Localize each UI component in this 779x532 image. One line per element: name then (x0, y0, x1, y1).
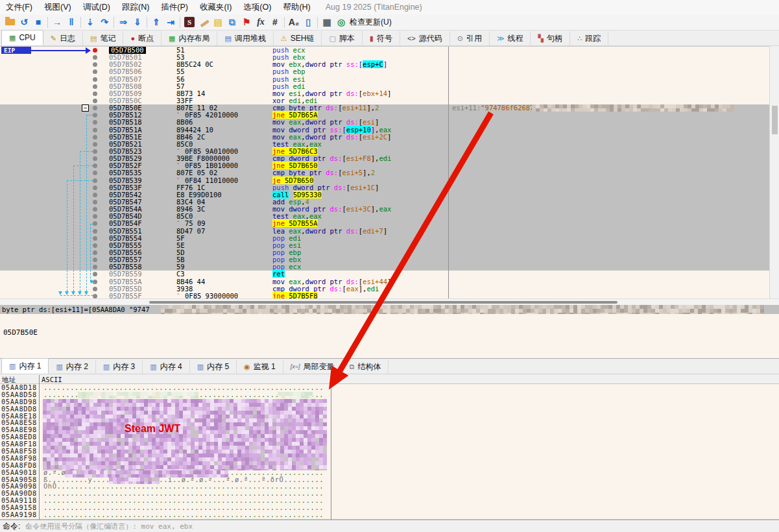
tab-trace[interactable]: ∴跟踪 (570, 31, 608, 45)
tab-log[interactable]: ✎日志 (43, 31, 83, 45)
menu-item[interactable]: 文件(F) (0, 0, 38, 14)
breakpoint-dot[interactable] (93, 106, 97, 110)
breakpoint-dot[interactable] (93, 229, 97, 234)
labels-icon[interactable]: ⧉ (225, 16, 239, 29)
functions-icon[interactable]: fx (254, 16, 268, 29)
breakpoint-dot[interactable] (93, 48, 97, 53)
menu-item[interactable]: 视图(V) (38, 0, 77, 14)
breakpoint-dot[interactable] (93, 163, 97, 168)
breakpoint-dot[interactable] (93, 99, 97, 103)
scylla-icon[interactable]: S (182, 16, 197, 29)
command-input[interactable] (24, 522, 779, 531)
breakpoint-dot[interactable] (93, 207, 97, 212)
breakpoint-dot[interactable] (93, 113, 97, 117)
breakpoint-dot[interactable] (93, 272, 97, 276)
tab-breakpoints[interactable]: ●断点 (123, 31, 162, 45)
tab-script[interactable]: ▢脚本 (322, 31, 362, 45)
memtab-watch-1[interactable]: ◉监视 1 (237, 359, 283, 374)
breakpoint-dot[interactable] (93, 77, 97, 82)
run-to-user-code-icon[interactable]: ⇥ (163, 16, 178, 29)
breakpoint-dot[interactable] (93, 142, 97, 147)
breakpoint-dot[interactable] (93, 128, 97, 132)
pause-icon[interactable]: ‖ (64, 16, 78, 29)
dump-column-divider[interactable] (39, 375, 40, 520)
menu-item[interactable]: 插件(P) (155, 0, 194, 14)
step-out-icon[interactable]: ⇓ (130, 16, 145, 29)
breakpoint-dot[interactable] (93, 258, 97, 262)
menu-item[interactable]: 选项(O) (237, 0, 277, 14)
breakpoint-dot[interactable] (93, 120, 97, 125)
breakpoint-dot[interactable] (93, 55, 97, 60)
disasm-row[interactable]: 05D7B55A8B46 44mov eax,dword ptr ds:[esi… (0, 278, 769, 285)
calculator-icon[interactable]: ▦ (320, 16, 334, 29)
breakpoint-dot[interactable] (93, 178, 97, 183)
memtab-memory-4[interactable]: ▥内存 4 (143, 359, 189, 374)
breakpoint-dot[interactable] (93, 156, 97, 161)
restart-icon[interactable]: ↺ (17, 16, 31, 29)
menu-item[interactable]: 收藏夹(I) (194, 0, 237, 14)
breakpoint-dot[interactable] (93, 62, 97, 67)
tab-references[interactable]: ⊙引用 (450, 31, 490, 45)
step-over-icon[interactable]: ↷ (97, 16, 112, 29)
tab-symbols[interactable]: ▮符号 (363, 31, 400, 45)
tab-handles[interactable]: ▚句柄 (531, 31, 569, 45)
memtab-memory-1[interactable]: ▥内存 1 (1, 358, 49, 374)
disasm-row[interactable]: 05D7B535807E 05 02cmp byte ptr ds:[esi+5… (0, 169, 769, 176)
breakpoint-dot[interactable] (93, 91, 97, 96)
breakpoint-dot[interactable] (93, 250, 97, 255)
step-into-icon[interactable]: ⇣ (83, 16, 97, 29)
memtab-locals[interactable]: [x=]局部变量 (283, 359, 342, 374)
breakpoint-dot[interactable] (93, 265, 97, 269)
disasm-row[interactable]: 05D7B5518D47 07lea eax,dword ptr ds:[edi… (0, 228, 769, 235)
check-update-label[interactable]: 检查更新(U) (350, 17, 392, 28)
breakpoint-dot[interactable] (93, 149, 97, 154)
breakpoint-dot[interactable] (93, 243, 97, 248)
menu-item[interactable]: 帮助(H) (277, 0, 316, 14)
breakpoint-dot[interactable] (93, 236, 97, 241)
hash-icon[interactable]: # (268, 16, 282, 29)
disassembly-horizontal-scrollbar[interactable] (0, 298, 779, 305)
tab-source[interactable]: <>源代码 (400, 31, 450, 45)
breakpoint-dot[interactable] (93, 69, 97, 74)
tab-seh-chain[interactable]: ⚠SEH链 (274, 31, 322, 45)
scrollbar-handle[interactable] (772, 106, 778, 134)
breakpoint-dot[interactable] (93, 214, 97, 219)
breakpoint-dot[interactable] (93, 84, 97, 89)
disasm-row[interactable]: 05D7B539ˇ0F84 11010000je 5D7B650 (0, 177, 769, 184)
breakpoint-dot[interactable] (93, 193, 97, 197)
breakpoint-dot[interactable] (93, 287, 97, 291)
disasm-row[interactable]: 05D7B50655push ebp (0, 68, 769, 75)
dump-ascii-divider[interactable] (331, 384, 331, 520)
comments-icon[interactable]: ▤ (211, 16, 225, 29)
patch-icon[interactable]: ▬ (197, 16, 211, 29)
bookmarks-icon[interactable]: ⚑ (239, 16, 254, 29)
breakpoint-dot[interactable] (93, 200, 97, 204)
tab-memory-map[interactable]: ▦内存布局 (162, 31, 217, 45)
check-update-icon[interactable]: ◎ (334, 16, 348, 29)
disassembly-pane[interactable]: EIP05D7B50051push ecx05D7B50153push ebx0… (0, 46, 769, 299)
memtab-memory-5[interactable]: ▥内存 5 (190, 359, 237, 374)
stop-icon[interactable]: ■ (31, 16, 45, 29)
tab-notes[interactable]: ▤笔记 (83, 31, 123, 45)
disassembly-vertical-scrollbar[interactable] (769, 46, 779, 298)
execute-till-return-icon[interactable]: ⇑ (149, 16, 163, 29)
tab-cpu[interactable]: ▦CPU (1, 30, 43, 45)
menu-item[interactable]: 调试(D) (77, 0, 116, 14)
strings-icon[interactable]: A₂ (287, 16, 301, 29)
breakpoint-dot[interactable] (93, 171, 97, 175)
memtab-memory-3[interactable]: ▥内存 3 (96, 359, 143, 374)
memtab-memory-2[interactable]: ▥内存 2 (49, 359, 95, 374)
breakpoint-dot[interactable] (93, 186, 97, 190)
breakpoint-dot[interactable] (93, 294, 97, 298)
device-icon[interactable]: ▯ (301, 16, 315, 29)
run-icon[interactable]: → (50, 16, 64, 29)
tab-call-stack[interactable]: ▤调用堆栈 (217, 31, 273, 45)
dump-row[interactable]: 05AA9198................................… (0, 511, 779, 518)
tab-threads[interactable]: ≫线程 (490, 31, 531, 45)
breakpoint-dot[interactable] (93, 135, 97, 139)
memtab-struct[interactable]: ⧉结构体 (342, 359, 389, 374)
open-file-icon[interactable] (3, 16, 17, 29)
scrollbar-handle[interactable] (149, 301, 617, 304)
run-execution-icon[interactable]: ⇒ (116, 16, 130, 29)
fold-toggle[interactable]: − (82, 104, 89, 112)
